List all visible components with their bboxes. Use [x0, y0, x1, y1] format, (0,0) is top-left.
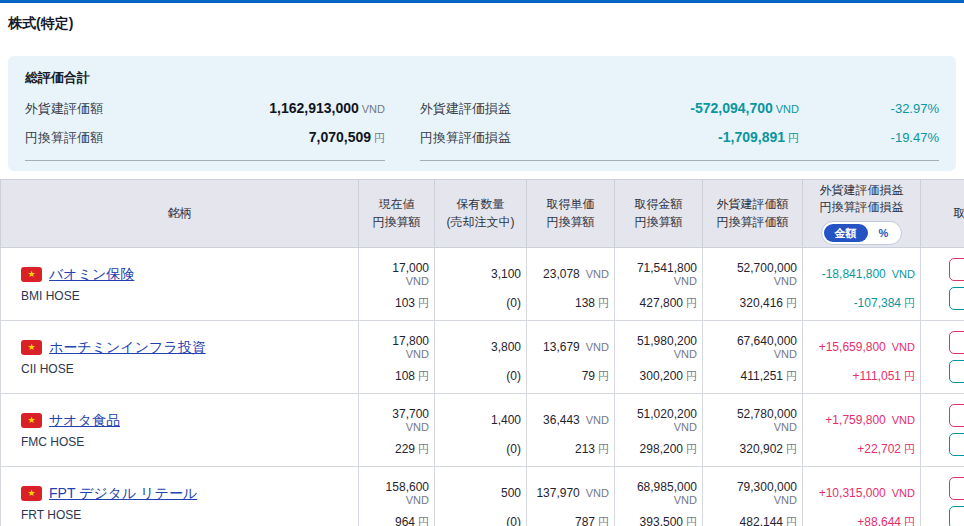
cell-stock-name: ★ ホーチミンインフラ投資 CII HOSE: [1, 321, 359, 394]
buy-button[interactable]: 現買: [949, 477, 964, 500]
stock-name-link[interactable]: バオミン保険: [49, 266, 134, 284]
cell-cost-amount: 51,020,200VND 298,200円: [615, 394, 703, 467]
header-cost-amount: 取得金額円換算額: [615, 180, 703, 248]
yen-valuation-row: 円換算評価額 7,070,509円: [25, 129, 385, 147]
sell-button[interactable]: 現売: [949, 433, 964, 456]
cell-current-price: 37,700VND 229円: [359, 394, 435, 467]
yen-unit: 円: [788, 132, 799, 144]
cell-trade: 現買 現売: [921, 394, 964, 467]
cell-valuation: 52,700,000VND 320,416円: [703, 248, 803, 321]
sell-button[interactable]: 現売: [949, 287, 964, 310]
vietnam-flag-icon: ★: [21, 486, 42, 501]
top-accent-bar: [0, 0, 964, 3]
vietnam-flag-icon: ★: [21, 267, 42, 282]
cell-pnl: +1,759,800VND +22,702円: [803, 394, 921, 467]
stock-name-link[interactable]: サオタ食品: [49, 412, 120, 430]
cell-quantity: 1,400 (0): [435, 394, 527, 467]
table-row: ★ FPT デジタル リテール FRT HOSE 158,600VND 964円…: [1, 467, 964, 526]
sell-button[interactable]: 現売: [949, 506, 964, 526]
vietnam-flag-icon: ★: [21, 413, 42, 428]
stock-ticker: CII HOSE: [21, 362, 352, 376]
summary-title: 総評価合計: [25, 69, 939, 87]
buy-button[interactable]: 現買: [949, 331, 964, 354]
vnd-unit: VND: [362, 103, 385, 115]
header-pnl: 外貨建評価損益円換算評価損益 金額 %: [803, 180, 921, 248]
header-valuation: 外貨建評価額円換算評価額: [703, 180, 803, 248]
cell-quantity: 3,100 (0): [435, 248, 527, 321]
pnl-display-toggle: 金額 %: [821, 221, 903, 245]
cell-valuation: 79,300,000VND 482,144円: [703, 467, 803, 526]
stock-ticker: FMC HOSE: [21, 435, 352, 449]
cell-pnl: +10,315,000VND +88,644円: [803, 467, 921, 526]
yen-pnl-label: 円換算評価損益: [420, 129, 511, 147]
table-row: ★ サオタ食品 FMC HOSE 37,700VND 229円 1,400 (0…: [1, 394, 964, 467]
yen-unit: 円: [374, 132, 385, 144]
sell-button[interactable]: 現売: [949, 360, 964, 383]
yen-pnl-row: 円換算評価損益 -1,709,891円 -19.47%: [420, 129, 939, 147]
cell-trade: 現買 現売: [921, 321, 964, 394]
header-quantity: 保有数量(売却注文中): [435, 180, 527, 248]
foreign-pnl-label: 外貨建評価損益: [420, 100, 511, 118]
portfolio-page: 株式(特定) 総評価合計 外貨建評価額 1,162,913,000VND 円換算…: [0, 0, 964, 526]
header-name: 銘柄: [1, 180, 359, 248]
stock-name-link[interactable]: ホーチミンインフラ投資: [49, 339, 206, 357]
toggle-percent[interactable]: %: [868, 224, 900, 242]
table-row: ★ ホーチミンインフラ投資 CII HOSE 17,800VND 108円 3,…: [1, 321, 964, 394]
cell-pnl: +15,659,800VND +111,051円: [803, 321, 921, 394]
valuation-group: 外貨建評価額 1,162,913,000VND 円換算評価額 7,070,509…: [25, 89, 385, 161]
foreign-valuation-row: 外貨建評価額 1,162,913,000VND: [25, 100, 385, 118]
vnd-unit: VND: [776, 103, 799, 115]
cell-stock-name: ★ バオミン保険 BMI HOSE: [1, 248, 359, 321]
foreign-pnl-percent: -32.97%: [799, 101, 939, 116]
cell-quantity: 3,800 (0): [435, 321, 527, 394]
buy-button[interactable]: 現買: [949, 258, 964, 281]
yen-valuation-label: 円換算評価額: [25, 129, 103, 147]
cell-current-price: 158,600VND 964円: [359, 467, 435, 526]
table-header-row: 銘柄 現在値円換算額 保有数量(売却注文中) 取得単価円換算額 取得金額円換算額…: [1, 180, 964, 248]
table-row: ★ バオミン保険 BMI HOSE 17,000VND 103円 3,100 (…: [1, 248, 964, 321]
cell-quantity: 500 (0): [435, 467, 527, 526]
cell-trade: 現買 現売: [921, 467, 964, 526]
foreign-pnl-value: -572,094,700VND: [690, 100, 799, 116]
vietnam-flag-icon: ★: [21, 340, 42, 355]
pnl-group: 外貨建評価損益 -572,094,700VND -32.97% 円換算評価損益 …: [420, 89, 939, 161]
cell-pnl: -18,841,800VND -107,384円: [803, 248, 921, 321]
stock-name-link[interactable]: FPT デジタル リテール: [49, 485, 197, 503]
yen-pnl-value: -1,709,891円: [718, 129, 799, 146]
header-current-price: 現在値円換算額: [359, 180, 435, 248]
cell-unit-cost: 36,443VND 213円: [527, 394, 615, 467]
cell-trade: 現買 現売: [921, 248, 964, 321]
foreign-pnl-row: 外貨建評価損益 -572,094,700VND -32.97%: [420, 100, 939, 118]
cell-current-price: 17,000VND 103円: [359, 248, 435, 321]
stock-ticker: BMI HOSE: [21, 289, 352, 303]
foreign-valuation-value: 1,162,913,000VND: [269, 100, 385, 116]
cell-cost-amount: 71,541,800VND 427,800円: [615, 248, 703, 321]
cell-stock-name: ★ FPT デジタル リテール FRT HOSE: [1, 467, 359, 526]
yen-valuation-value: 7,070,509円: [309, 129, 385, 146]
header-unit-cost: 取得単価円換算額: [527, 180, 615, 248]
foreign-valuation-label: 外貨建評価額: [25, 100, 103, 118]
toggle-amount[interactable]: 金額: [824, 224, 868, 242]
cell-unit-cost: 23,078VND 138円: [527, 248, 615, 321]
page-title: 株式(特定): [8, 15, 964, 33]
stock-ticker: FRT HOSE: [21, 508, 352, 522]
header-trade: 取引: [921, 180, 964, 248]
cell-stock-name: ★ サオタ食品 FMC HOSE: [1, 394, 359, 467]
cell-cost-amount: 68,985,000VND 393,500円: [615, 467, 703, 526]
buy-button[interactable]: 現買: [949, 404, 964, 427]
cell-unit-cost: 137,970VND 787円: [527, 467, 615, 526]
holdings-table-wrap: 銘柄 現在値円換算額 保有数量(売却注文中) 取得単価円換算額 取得金額円換算額…: [0, 179, 964, 526]
cell-unit-cost: 13,679VND 79円: [527, 321, 615, 394]
cell-cost-amount: 51,980,200VND 300,200円: [615, 321, 703, 394]
yen-pnl-percent: -19.47%: [799, 130, 939, 145]
cell-current-price: 17,800VND 108円: [359, 321, 435, 394]
holdings-table: 銘柄 現在値円換算額 保有数量(売却注文中) 取得単価円換算額 取得金額円換算額…: [0, 179, 964, 526]
cell-valuation: 67,640,000VND 411,251円: [703, 321, 803, 394]
total-valuation-panel: 総評価合計 外貨建評価額 1,162,913,000VND 円換算評価額 7,0…: [8, 56, 956, 171]
cell-valuation: 52,780,000VND 320,902円: [703, 394, 803, 467]
